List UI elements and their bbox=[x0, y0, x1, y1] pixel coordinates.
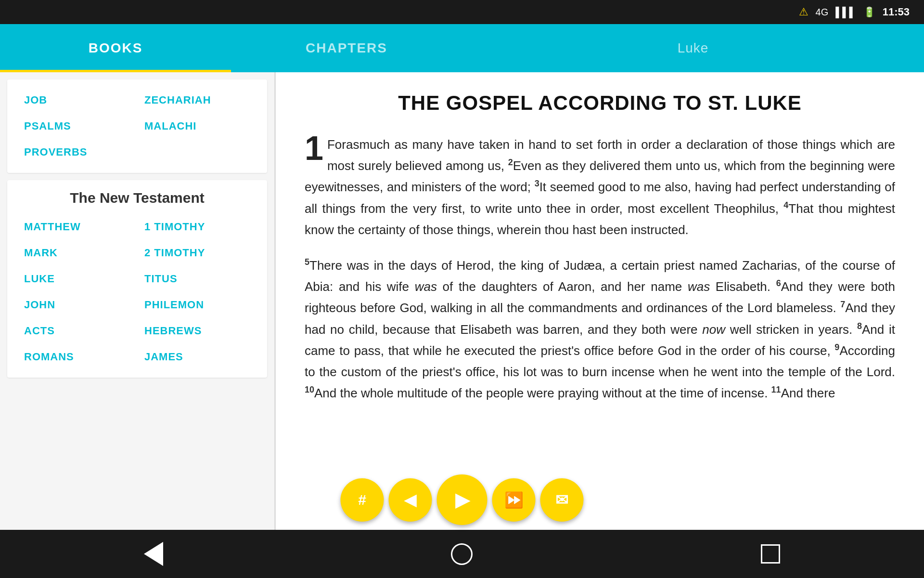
book-2timothy[interactable]: 2 TIMOTHY bbox=[142, 242, 253, 264]
verse-num-3: 3 bbox=[535, 179, 539, 189]
book-james[interactable]: JAMES bbox=[142, 346, 253, 368]
book-psalms[interactable]: PSALMS bbox=[22, 115, 132, 137]
chapter-number: 1 bbox=[305, 131, 323, 165]
book-mark[interactable]: MARK bbox=[22, 242, 132, 264]
next-icon: ⏩ bbox=[504, 491, 524, 509]
verse-num-9: 9 bbox=[834, 342, 839, 352]
verse-num-7: 7 bbox=[840, 300, 845, 310]
bible-text-panel: THE GOSPEL ACCORDING TO ST. LUKE 1 Foras… bbox=[276, 72, 924, 530]
verse-num-10: 10 bbox=[305, 385, 314, 394]
play-button[interactable]: ▶ bbox=[437, 474, 488, 525]
new-testament-section: The New Testament MATTHEW 1 TIMOTHY MARK… bbox=[7, 180, 267, 378]
tab-current-book[interactable]: Luke bbox=[462, 24, 924, 72]
bottom-nav bbox=[0, 530, 924, 578]
tab-chapters[interactable]: CHAPTERS bbox=[231, 24, 462, 72]
verse-num-8: 8 bbox=[857, 321, 862, 331]
new-testament-grid: MATTHEW 1 TIMOTHY MARK 2 TIMOTHY LUKE TI… bbox=[22, 216, 253, 368]
new-testament-title: The New Testament bbox=[22, 190, 253, 206]
home-icon bbox=[451, 543, 473, 565]
back-button[interactable] bbox=[144, 542, 163, 566]
book-hebrews[interactable]: HEBREWS bbox=[142, 320, 253, 342]
prev-icon: ◀ bbox=[404, 491, 416, 509]
recent-icon bbox=[761, 544, 780, 564]
old-testament-section: JOB ZECHARIAH PSALMS MALACHI PROVERBS bbox=[7, 79, 267, 173]
play-icon: ▶ bbox=[455, 489, 469, 511]
left-panel: JOB ZECHARIAH PSALMS MALACHI PROVERBS Th… bbox=[0, 72, 274, 530]
tab-bar: BOOKS CHAPTERS Luke bbox=[0, 24, 924, 72]
bible-book-title: THE GOSPEL ACCORDING TO ST. LUKE bbox=[305, 92, 895, 115]
warning-icon: ⚠ bbox=[799, 6, 808, 18]
main-content: JOB ZECHARIAH PSALMS MALACHI PROVERBS Th… bbox=[0, 72, 924, 530]
verse-num-5: 5 bbox=[305, 257, 309, 267]
book-acts[interactable]: ACTS bbox=[22, 320, 132, 342]
status-bar: ⚠ 4G ▌▌▌ 🔋 11:53 bbox=[0, 0, 924, 24]
book-proverbs[interactable]: PROVERBS bbox=[22, 141, 132, 163]
hash-icon: # bbox=[358, 492, 366, 508]
tab-books[interactable]: BOOKS bbox=[0, 24, 231, 72]
verse-para-1: 1 Forasmuch as many have taken in hand t… bbox=[305, 134, 895, 240]
book-luke[interactable]: LUKE bbox=[22, 268, 132, 290]
recent-button[interactable] bbox=[761, 544, 780, 564]
verse-num-6: 6 bbox=[776, 278, 781, 288]
book-john[interactable]: JOHN bbox=[22, 294, 132, 316]
email-button[interactable]: ✉ bbox=[540, 478, 584, 522]
status-time: 11:53 bbox=[883, 6, 910, 18]
verse-num-2: 2 bbox=[508, 158, 513, 168]
book-empty bbox=[142, 141, 253, 163]
book-job[interactable]: JOB bbox=[22, 89, 132, 111]
verse-para-5: 5There was in the days of Herod, the kin… bbox=[305, 255, 895, 404]
prev-button[interactable]: ◀ bbox=[389, 478, 432, 522]
verse-1-text: Forasmuch as many have taken in hand to … bbox=[305, 137, 895, 237]
book-1timothy[interactable]: 1 TIMOTHY bbox=[142, 216, 253, 238]
back-icon bbox=[144, 542, 163, 566]
signal-icon: 4G bbox=[816, 7, 829, 18]
book-malachi[interactable]: MALACHI bbox=[142, 115, 253, 137]
book-zechariah[interactable]: ZECHARIAH bbox=[142, 89, 253, 111]
verse-container: 1 Forasmuch as many have taken in hand t… bbox=[305, 134, 895, 404]
verse-5-text: There was in the days of Herod, the king… bbox=[305, 258, 895, 400]
book-philemon[interactable]: PHILEMON bbox=[142, 294, 253, 316]
verse-num-11: 11 bbox=[771, 385, 781, 394]
home-button[interactable] bbox=[451, 543, 473, 565]
signal-bars-icon: ▌▌▌ bbox=[835, 7, 856, 18]
old-testament-grid: JOB ZECHARIAH PSALMS MALACHI PROVERBS bbox=[22, 89, 253, 163]
book-titus[interactable]: TITUS bbox=[142, 268, 253, 290]
book-matthew[interactable]: MATTHEW bbox=[22, 216, 132, 238]
email-icon: ✉ bbox=[555, 491, 568, 509]
verse-num-4: 4 bbox=[783, 200, 788, 210]
book-romans[interactable]: ROMANS bbox=[22, 346, 132, 368]
battery-icon: 🔋 bbox=[863, 6, 875, 18]
hash-button[interactable]: # bbox=[341, 478, 384, 522]
media-controls: # ◀ ▶ ⏩ ✉ bbox=[341, 474, 584, 525]
next-button[interactable]: ⏩ bbox=[492, 478, 536, 522]
